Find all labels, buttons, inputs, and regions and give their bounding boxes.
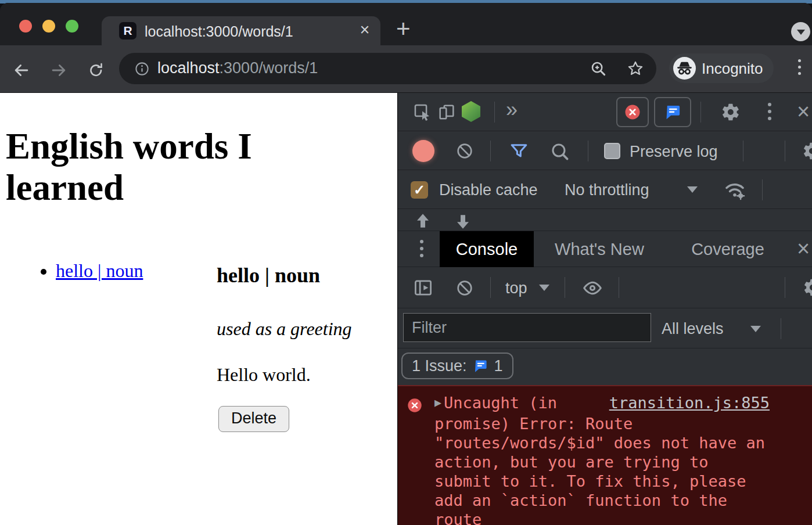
- search-icon[interactable]: [549, 141, 570, 162]
- settings-gear-icon[interactable]: [721, 102, 741, 122]
- bookmark-star-icon[interactable]: [627, 60, 644, 77]
- devtools-main-toolbar: » ×: [398, 93, 812, 131]
- drawer-menu-icon[interactable]: [420, 240, 423, 261]
- drawer-close-icon[interactable]: ×: [797, 238, 810, 260]
- list-item: hello | noun: [56, 260, 143, 282]
- log-level-select[interactable]: All levels: [662, 320, 724, 337]
- tab-title: localhost:3000/words/1: [145, 23, 293, 40]
- word-link[interactable]: hello | noun: [56, 260, 143, 281]
- error-message-block: transition.js:855 ▶Uncaught (in promise)…: [434, 393, 770, 525]
- zoom-icon[interactable]: [590, 60, 607, 77]
- page-title: English words I learned: [6, 126, 354, 208]
- nodejs-icon[interactable]: [462, 101, 480, 122]
- error-message-text: Uncaught (in promise) Error: Route "rout…: [434, 394, 765, 525]
- throttling-select[interactable]: No throttling: [565, 181, 649, 199]
- reload-button[interactable]: [87, 62, 107, 81]
- console-settings-gear-icon[interactable]: [803, 278, 812, 297]
- more-tabs-icon[interactable]: »: [506, 98, 518, 122]
- back-button[interactable]: [12, 60, 31, 80]
- url-text: localhost:3000/words/1: [157, 59, 318, 77]
- devtools-panel: » ×: [397, 93, 812, 525]
- incognito-icon: [673, 57, 696, 80]
- new-tab-button[interactable]: +: [396, 17, 411, 41]
- throttling-dropdown-icon[interactable]: [687, 186, 698, 193]
- browser-menu-icon[interactable]: [798, 59, 802, 78]
- tab-close-icon[interactable]: ×: [356, 20, 373, 40]
- disable-cache-label[interactable]: Disable cache: [439, 181, 538, 199]
- inspect-element-icon[interactable]: [412, 102, 432, 122]
- issue-bubble-icon: [473, 358, 488, 374]
- incognito-badge[interactable]: Incognito: [669, 53, 774, 83]
- network-settings-gear-icon[interactable]: [802, 141, 812, 161]
- execution-context-select[interactable]: top: [505, 279, 527, 297]
- tab-console[interactable]: Console: [440, 231, 534, 267]
- devtools-menu-icon[interactable]: [768, 103, 771, 124]
- console-sidebar-icon[interactable]: [412, 277, 434, 299]
- site-info-icon[interactable]: [134, 61, 150, 77]
- word-title: hello | noun: [217, 263, 320, 287]
- live-expression-eye-icon[interactable]: [581, 278, 604, 299]
- device-toolbar-icon[interactable]: [437, 102, 457, 122]
- preserve-log-label[interactable]: Preserve log: [630, 143, 718, 160]
- console-toolbar: top: [398, 267, 812, 308]
- issue-counter-button[interactable]: 1 Issue: 1: [401, 353, 513, 379]
- tab-strip: R localhost:3000/words/1 × +: [0, 3, 812, 45]
- error-badge-button[interactable]: [616, 97, 649, 127]
- filter-funnel-icon[interactable]: [508, 141, 530, 162]
- word-detail-panel: hello | noun used as a greeting Hello wo…: [217, 263, 394, 525]
- expand-triangle-icon[interactable]: ▶: [434, 393, 441, 412]
- preserve-log-checkbox[interactable]: [604, 143, 620, 159]
- word-definition: used as a greeting: [217, 318, 352, 340]
- error-source-link[interactable]: transition.js:855: [609, 393, 770, 412]
- console-filter-row: All levels: [398, 308, 812, 348]
- issue-count: 1: [494, 357, 503, 375]
- export-har-icon[interactable]: [454, 212, 472, 231]
- word-example: Hello world.: [217, 364, 311, 386]
- url-host: localhost: [157, 59, 220, 77]
- devtools-close-icon[interactable]: ×: [797, 100, 810, 123]
- issue-label: 1 Issue:: [412, 357, 467, 375]
- disable-cache-checkbox[interactable]: ✓: [411, 181, 428, 199]
- web-page: English words I learned hello | noun hel…: [0, 93, 397, 525]
- remix-favicon-icon: R: [119, 22, 136, 39]
- traffic-light-zoom[interactable]: [66, 20, 78, 33]
- incognito-label: Incognito: [702, 60, 763, 78]
- traffic-light-close[interactable]: [19, 20, 32, 33]
- record-network-log-icon[interactable]: [412, 140, 434, 162]
- browser-tab[interactable]: R localhost:3000/words/1 ×: [102, 16, 380, 45]
- address-bar[interactable]: localhost:3000/words/1: [119, 53, 656, 84]
- error-icon: [407, 397, 423, 413]
- console-filter-input[interactable]: [403, 313, 651, 342]
- delete-button[interactable]: Delete: [218, 406, 289, 432]
- tab-coverage[interactable]: Coverage: [690, 231, 766, 267]
- issue-bar: 1 Issue: 1: [398, 348, 812, 385]
- network-toolbar: Preserve log: [398, 132, 812, 170]
- network-conditions-icon[interactable]: [723, 178, 747, 202]
- level-dropdown-icon[interactable]: [750, 326, 761, 332]
- tab-whats-new[interactable]: What's New: [550, 231, 649, 267]
- import-har-icon[interactable]: [414, 212, 432, 231]
- url-path: :3000/words/1: [220, 59, 318, 77]
- drawer-tab-bar: Console What's New Coverage ×: [398, 231, 812, 267]
- chevron-down-icon: [797, 30, 805, 35]
- browser-window: R localhost:3000/words/1 × + localhost:3…: [0, 3, 812, 525]
- network-options-toolbar: ✓ Disable cache No throttling: [398, 171, 812, 209]
- traffic-light-minimize[interactable]: [42, 20, 55, 33]
- forward-button[interactable]: [49, 60, 69, 80]
- clear-console-icon[interactable]: [455, 279, 474, 297]
- issues-button[interactable]: [654, 97, 691, 127]
- clear-network-icon[interactable]: [455, 142, 474, 160]
- console-error-entry: transition.js:855 ▶Uncaught (in promise)…: [398, 385, 812, 525]
- tab-search-button[interactable]: [791, 22, 810, 41]
- browser-toolbar: localhost:3000/words/1 Incognito: [0, 45, 812, 93]
- network-har-row: [398, 210, 812, 231]
- context-dropdown-icon[interactable]: [539, 285, 549, 291]
- word-list: hello | noun: [0, 260, 143, 282]
